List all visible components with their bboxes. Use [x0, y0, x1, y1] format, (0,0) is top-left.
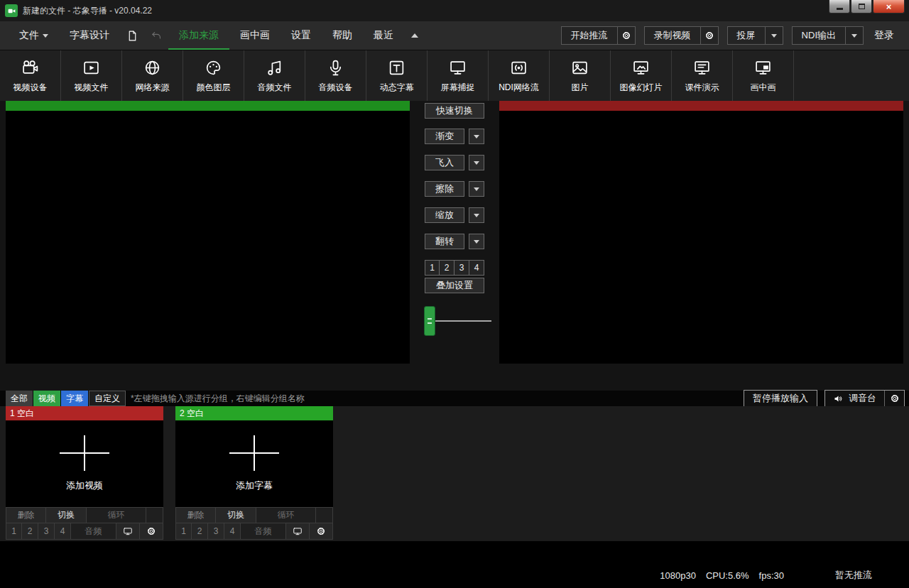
- tool-network-source[interactable]: 网络来源: [122, 50, 183, 101]
- preset-1-button[interactable]: 1: [425, 260, 440, 276]
- tool-audio-device[interactable]: 音频设备: [305, 50, 366, 101]
- tab-custom[interactable]: 自定义: [89, 391, 126, 406]
- start-stream-settings-button[interactable]: [617, 26, 636, 45]
- tool-pip[interactable]: 画中画: [733, 50, 794, 101]
- scene-2-header[interactable]: 2 空白: [175, 406, 333, 420]
- add-video-dropzone[interactable]: 添加视频: [6, 420, 163, 507]
- channel-4-button[interactable]: 4: [55, 523, 71, 540]
- tool-video-device[interactable]: 视频设备: [0, 50, 61, 101]
- tool-label: NDI网络流: [499, 82, 539, 94]
- menubar-actions: 开始推流 录制视频 投屏 NDI输出 登录: [553, 21, 909, 50]
- quick-switch-button[interactable]: 快速切换: [425, 103, 484, 119]
- menu-pip[interactable]: 画中画: [229, 21, 281, 50]
- maximize-button[interactable]: [851, 0, 872, 13]
- audio-button[interactable]: 音频: [241, 523, 286, 540]
- menu-recent[interactable]: 最近: [363, 21, 404, 50]
- scene-1-header[interactable]: 1 空白: [6, 406, 163, 420]
- cpu-status: CPU:5.6%: [706, 570, 749, 581]
- ndi-output-button[interactable]: NDI输出: [792, 26, 845, 45]
- record-video-button[interactable]: 录制视频: [644, 26, 700, 45]
- login-button[interactable]: 登录: [864, 21, 905, 50]
- mixer-button[interactable]: 调音台: [825, 391, 884, 406]
- switch-button[interactable]: 切换: [216, 507, 256, 523]
- slider-handle[interactable]: [424, 306, 435, 336]
- menu-settings[interactable]: 设置: [281, 21, 322, 50]
- ndi-output-group: NDI输出: [792, 26, 864, 45]
- resolution-status: 1080p30: [660, 570, 696, 581]
- scene-panels: 1 空白 添加视频 删除 切换 循环 1 2 3 4 音频: [0, 406, 909, 541]
- tool-color-layer[interactable]: 颜色图层: [183, 50, 244, 101]
- channel-3-button[interactable]: 3: [38, 523, 55, 540]
- transition-zoom-dropdown[interactable]: [469, 207, 484, 223]
- menu-help[interactable]: 帮助: [322, 21, 363, 50]
- status-row: 1080p30 CPU:5.6% fps:30 暂无推流: [0, 569, 909, 582]
- minimize-button[interactable]: [829, 0, 850, 13]
- menu-file[interactable]: 文件: [9, 21, 59, 50]
- preset-3-button[interactable]: 3: [454, 260, 469, 276]
- channel-2-button[interactable]: 2: [192, 523, 208, 540]
- tool-audio-file[interactable]: 音频文件: [244, 50, 305, 101]
- transition-fade-button[interactable]: 渐变: [425, 129, 464, 144]
- tab-subtitle[interactable]: 字幕: [61, 391, 88, 406]
- program-monitor: [6, 111, 410, 364]
- transition-wipe-dropdown[interactable]: [469, 181, 484, 197]
- undo-icon[interactable]: [144, 21, 168, 50]
- loop-button[interactable]: 循环: [256, 507, 316, 523]
- transition-flip-dropdown[interactable]: [469, 234, 484, 249]
- loop-button[interactable]: 循环: [87, 507, 146, 523]
- tool-ndi-stream[interactable]: NDI网络流: [489, 50, 550, 101]
- start-stream-button[interactable]: 开始推流: [561, 26, 617, 45]
- transition-slider[interactable]: [424, 305, 491, 337]
- music-note-icon: [266, 59, 283, 77]
- delete-button[interactable]: 删除: [6, 507, 46, 523]
- tab-all[interactable]: 全部: [6, 391, 33, 406]
- pause-input-button[interactable]: 暂停播放输入: [744, 390, 817, 407]
- channel-4-button[interactable]: 4: [224, 523, 241, 540]
- mixer-settings-button[interactable]: [884, 391, 904, 406]
- spare-cell: [316, 507, 333, 523]
- monitor-toggle-button[interactable]: [286, 523, 310, 540]
- transition-flip-button[interactable]: 翻转: [425, 234, 464, 249]
- tool-courseware[interactable]: 课件演示: [672, 50, 733, 101]
- tool-label: 音频设备: [319, 82, 353, 94]
- channel-3-button[interactable]: 3: [208, 523, 224, 540]
- record-video-settings-button[interactable]: [700, 26, 719, 45]
- overlay-settings-button[interactable]: 叠加设置: [425, 278, 484, 293]
- menu-add-source[interactable]: 添加来源: [168, 21, 229, 50]
- cast-dropdown-button[interactable]: [765, 26, 783, 45]
- preset-2-button[interactable]: 2: [440, 260, 454, 276]
- tool-picture[interactable]: 图片: [550, 50, 611, 101]
- cast-button[interactable]: 投屏: [727, 26, 765, 45]
- chevron-up-icon: [411, 33, 418, 38]
- switch-button[interactable]: 切换: [46, 507, 87, 523]
- menu-subtitle-design[interactable]: 字幕设计: [59, 21, 120, 50]
- tab-video[interactable]: 视频: [33, 391, 60, 406]
- transition-fly-in-button[interactable]: 飞入: [425, 155, 464, 170]
- collapse-toolbar-button[interactable]: [404, 21, 425, 50]
- transition-wipe-button[interactable]: 擦除: [425, 181, 464, 197]
- ndi-dropdown-button[interactable]: [845, 26, 864, 45]
- close-button[interactable]: ×: [873, 0, 905, 13]
- cast-group: 投屏: [727, 26, 783, 45]
- tool-dynamic-subtitle[interactable]: 动态字幕: [366, 50, 428, 101]
- channel-2-button[interactable]: 2: [22, 523, 38, 540]
- tool-video-file[interactable]: 视频文件: [61, 50, 122, 101]
- delete-button[interactable]: 删除: [175, 507, 216, 523]
- main-area: 快速切换 渐变 飞入 擦除 缩放 翻转 1: [0, 101, 909, 364]
- audio-button[interactable]: 音频: [71, 523, 116, 540]
- transition-zoom-button[interactable]: 缩放: [425, 207, 464, 223]
- channel-1-button[interactable]: 1: [175, 523, 192, 540]
- preset-4-button[interactable]: 4: [469, 260, 484, 276]
- tool-image-slideshow[interactable]: 图像幻灯片: [611, 50, 672, 101]
- add-subtitle-dropzone[interactable]: 添加字幕: [175, 420, 333, 507]
- tool-screen-capture[interactable]: 屏幕捕捉: [428, 50, 489, 101]
- transition-fade-dropdown[interactable]: [469, 129, 484, 144]
- chevron-down-icon: [474, 214, 479, 217]
- scene-settings-button[interactable]: [310, 523, 333, 540]
- monitor-toggle-button[interactable]: [116, 523, 140, 540]
- channel-1-button[interactable]: 1: [6, 523, 22, 540]
- scene-settings-button[interactable]: [140, 523, 163, 540]
- new-file-icon[interactable]: [120, 21, 144, 50]
- login-label: 登录: [874, 29, 894, 42]
- transition-fly-in-dropdown[interactable]: [469, 155, 484, 170]
